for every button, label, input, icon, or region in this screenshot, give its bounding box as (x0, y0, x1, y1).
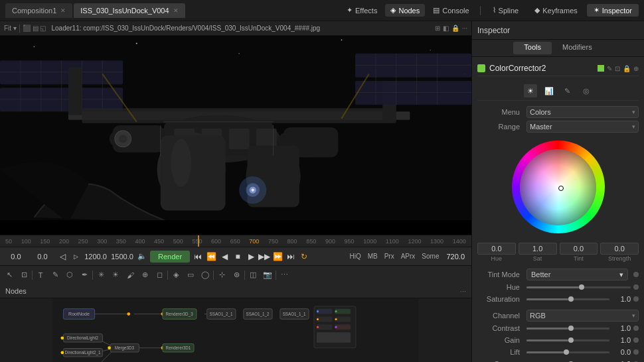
skip-end-btn[interactable]: ⏭ (285, 251, 296, 262)
contrast-dot[interactable] (633, 326, 639, 331)
sat-slider-track[interactable] (526, 298, 609, 300)
eraser-tool[interactable]: ◻ (153, 269, 166, 282)
hue-slider-thumb[interactable] (579, 284, 584, 290)
console-btn[interactable]: ▤ Console (428, 4, 474, 17)
inspector-panel: Inspector Tools Modifiers ColorCorrector… (471, 21, 644, 362)
particle-tool[interactable]: ✳ (94, 269, 108, 282)
color-wheel-inner[interactable] (520, 149, 596, 225)
svg-point-1 (34, 46, 35, 48)
stop-btn[interactable]: ■ (232, 251, 243, 262)
aprx-opt[interactable]: APrx (399, 253, 418, 260)
contrast-value: 1.0 (612, 324, 631, 332)
ellipse-mask[interactable]: ◯ (199, 269, 212, 282)
grid-icon[interactable]: ⊞ (435, 25, 440, 32)
viewer-content (0, 36, 471, 220)
sat-slider-dot[interactable] (633, 296, 639, 302)
effects-btn[interactable]: ✦ Effects (341, 4, 382, 17)
nodes-graph: RootNode DirectionalLight2 DirectionalLi… (0, 298, 471, 362)
prev-frame-btn[interactable]: ◀ (219, 251, 230, 262)
inspector-btn[interactable]: ✶ Inspector (587, 4, 639, 17)
node-lock-icon[interactable]: 🔒 (623, 65, 631, 72)
edit-tool[interactable]: ✎ (48, 269, 62, 282)
more-tools[interactable]: ⋯ (278, 269, 291, 282)
gain-dot[interactable] (633, 337, 639, 343)
tools-tab[interactable]: Tools (513, 42, 552, 54)
modifiers-tab[interactable]: Modifiers (552, 42, 603, 54)
edit-tab-icon[interactable]: ✎ (561, 84, 574, 97)
select-tool[interactable]: ⊡ (17, 269, 31, 282)
audio-icon[interactable]: 🔈 (137, 251, 147, 262)
svg-point-3 (136, 42, 137, 44)
range-select[interactable]: Master ▾ (526, 121, 639, 133)
nodes-btn[interactable]: ◈ Nodes (385, 4, 425, 17)
tab-close-composition1[interactable]: ✕ (60, 7, 66, 14)
console-label: Console (442, 7, 469, 15)
keyframes-btn[interactable]: ◆ Keyframes (528, 4, 584, 17)
curves-tab-icon[interactable]: 📊 (542, 84, 556, 97)
nav-sep (480, 6, 481, 15)
spline-btn[interactable]: ⌇ Spline (486, 4, 526, 17)
arrow-right-btn[interactable]: ▷ (70, 251, 81, 262)
tint-mode-dot[interactable] (633, 272, 639, 277)
stabilize-tool[interactable]: ⊛ (230, 269, 243, 282)
color-wheel-dot[interactable] (558, 186, 564, 191)
menu-select[interactable]: Colors ▾ (526, 106, 639, 118)
camera-tool[interactable]: 📷 (261, 269, 274, 282)
contrast-thumb[interactable] (568, 326, 574, 331)
more-icon[interactable]: ··· (462, 25, 467, 32)
strength-label: Strength (608, 255, 631, 262)
tab-close-issdock[interactable]: ✕ (173, 7, 179, 14)
text-tool[interactable]: T (34, 269, 47, 282)
node-more-icon[interactable]: ⊕ (633, 65, 639, 72)
tint-input[interactable] (560, 243, 598, 255)
node-square-icon (598, 65, 604, 72)
node-title-bar: ColorCorrector2 ✎ ⊡ 🔒 ⊕ (477, 61, 639, 76)
tab-composition1[interactable]: Composition1 ✕ (5, 3, 72, 18)
hue-input[interactable] (477, 243, 516, 255)
sat-input[interactable] (519, 243, 557, 255)
contrast-track[interactable] (526, 328, 609, 330)
some-opt[interactable]: Some (420, 253, 441, 260)
skip-start-btn[interactable]: ⏮ (193, 251, 203, 262)
view-icon[interactable]: ◧ (443, 25, 449, 32)
shape-tool[interactable]: ⬡ (63, 269, 76, 282)
color-tab-icon[interactable]: ☀ (524, 84, 537, 97)
node-edit-icon[interactable]: ✎ (607, 65, 612, 72)
mb-opt[interactable]: MB (366, 253, 380, 260)
track-tool[interactable]: ⊹ (215, 269, 228, 282)
lift-track[interactable] (526, 351, 609, 353)
scope-tab-icon[interactable]: ◎ (580, 84, 593, 97)
loop-btn[interactable]: ↻ (299, 251, 309, 262)
sat-slider-thumb[interactable] (568, 296, 574, 302)
rect-mask[interactable]: ▭ (184, 269, 197, 282)
light-tool[interactable]: ☀ (109, 269, 122, 282)
prev-btn[interactable]: ◁ (57, 251, 68, 262)
pen-tool[interactable]: ✒ (78, 269, 91, 282)
gain-track[interactable] (526, 339, 609, 341)
lift-dot[interactable] (633, 349, 639, 355)
next-frame-btn[interactable]: ▶▶ (259, 251, 270, 262)
hiq-opt[interactable]: HiQ (347, 253, 362, 260)
nodes-more-icon[interactable]: ··· (460, 287, 466, 295)
step-back-btn[interactable]: ⏪ (206, 251, 216, 262)
step-fwd-btn[interactable]: ⏩ (272, 251, 283, 262)
3d-tool[interactable]: ◫ (246, 269, 260, 282)
tint-mode-select[interactable]: Better ▾ (526, 269, 628, 280)
tab-issdock[interactable]: ISS_030_IssUnDock_V004 ✕ (74, 3, 185, 18)
play-btn[interactable]: ▶ (246, 251, 256, 262)
render-button[interactable]: Render (150, 251, 190, 263)
paint-tool[interactable]: 🖌 (123, 269, 137, 282)
lock-icon[interactable]: 🔒 (451, 25, 459, 32)
pointer-tool[interactable]: ↖ (3, 269, 16, 282)
gain-thumb[interactable] (568, 337, 574, 343)
hue-slider-dot[interactable] (633, 284, 639, 290)
channel-select[interactable]: RGB ▾ (526, 310, 639, 322)
color-wheel-outer[interactable] (512, 141, 605, 233)
strength-input[interactable] (600, 243, 639, 255)
node-copy-icon[interactable]: ⊡ (615, 65, 620, 72)
mask-tool[interactable]: ◈ (169, 269, 183, 282)
hue-slider-track[interactable] (526, 286, 631, 288)
clone-tool[interactable]: ⊕ (138, 269, 151, 282)
prx-opt[interactable]: Prx (382, 253, 396, 260)
lift-thumb[interactable] (564, 349, 569, 355)
